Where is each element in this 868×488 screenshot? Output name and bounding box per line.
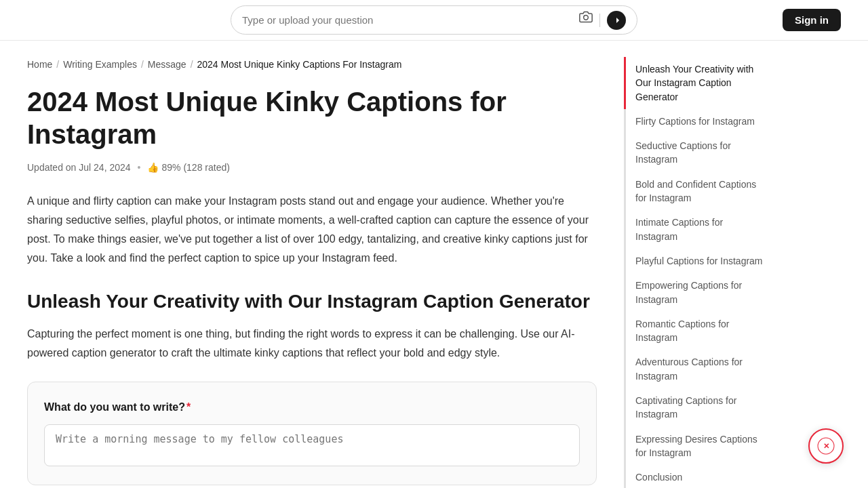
breadcrumb-sep-2: /: [141, 57, 144, 72]
meta-rating: 👍 89% (128 rated): [147, 160, 229, 175]
main-layout: Home / Writing Examples / Message / 2024…: [0, 41, 868, 488]
breadcrumb-writing-examples[interactable]: Writing Examples: [63, 57, 137, 72]
sidebar-item-6[interactable]: Empowering Captions for Instagram: [624, 273, 773, 312]
breadcrumb-message[interactable]: Message: [148, 57, 186, 72]
sidebar: Unleash Your Creativity with Our Instagr…: [597, 41, 773, 488]
breadcrumb-home[interactable]: Home: [27, 57, 52, 72]
section-heading: Unleash Your Creativity with Our Instagr…: [27, 289, 597, 314]
sidebar-item-4[interactable]: Intimate Captions for Instagram: [624, 210, 773, 249]
required-asterisk: *: [186, 401, 191, 413]
search-submit-button[interactable]: [607, 11, 626, 30]
svg-text:✕: ✕: [823, 442, 829, 450]
meta-date: Updated on Jul 24, 2024: [27, 160, 131, 175]
breadcrumb-sep-3: /: [191, 57, 193, 72]
svg-point-0: [584, 16, 589, 20]
search-divider: [599, 14, 600, 27]
sidebar-item-2[interactable]: Seductive Captions for Instagram: [624, 134, 773, 172]
breadcrumb-current: 2024 Most Unique Kinky Captions For Inst…: [197, 57, 402, 72]
float-action-button[interactable]: ✕: [808, 428, 844, 464]
navbar: Sign in: [0, 0, 868, 41]
article-title: 2024 Most Unique Kinky Captions for Inst…: [27, 85, 597, 150]
caption-box-label: What do you want to write?*: [44, 399, 580, 416]
meta-rating-value: 89% (128 rated): [161, 160, 229, 175]
sidebar-item-11[interactable]: Conclusion: [624, 465, 773, 488]
content-area: Home / Writing Examples / Message / 2024…: [27, 41, 597, 488]
article-intro: A unique and flirty caption can make you…: [27, 192, 597, 268]
article-meta: Updated on Jul 24, 2024 • 👍 89% (128 rat…: [27, 160, 597, 175]
meta-dot: •: [138, 160, 141, 175]
sidebar-item-10[interactable]: Expressing Desires Captions for Instagra…: [624, 427, 773, 466]
sidebar-item-5[interactable]: Playful Captions for Instagram: [624, 249, 773, 273]
section-body: Capturing the perfect moment is one thin…: [27, 325, 597, 363]
sidebar-item-3[interactable]: Bold and Confident Captions for Instagra…: [624, 172, 773, 211]
search-input[interactable]: [242, 14, 579, 26]
sidebar-item-8[interactable]: Adventurous Captions for Instagram: [624, 350, 773, 388]
sidebar-item-7[interactable]: Romantic Captions for Instagram: [624, 312, 773, 350]
thumbs-up-icon: 👍: [147, 160, 159, 175]
breadcrumb-sep-1: /: [56, 57, 59, 72]
caption-input[interactable]: [44, 424, 580, 466]
sidebar-nav: Unleash Your Creativity with Our Instagr…: [624, 57, 773, 488]
breadcrumb: Home / Writing Examples / Message / 2024…: [27, 57, 597, 72]
camera-icon[interactable]: [579, 10, 593, 30]
signin-button[interactable]: Sign in: [783, 9, 841, 31]
caption-generator-box: What do you want to write?*: [27, 382, 597, 485]
search-bar: [231, 5, 637, 35]
caption-label-text: What do you want to write?: [44, 401, 185, 413]
sidebar-item-9[interactable]: Captivating Captions for Instagram: [624, 388, 773, 427]
sidebar-item-1[interactable]: Flirty Captions for Instagram: [624, 109, 773, 134]
sidebar-item-0[interactable]: Unleash Your Creativity with Our Instagr…: [624, 57, 773, 109]
